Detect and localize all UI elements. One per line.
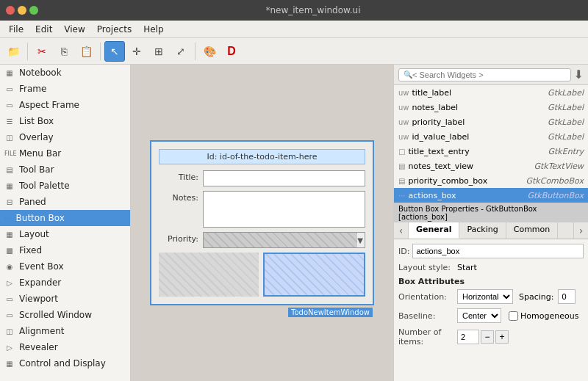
widget-item-notebook[interactable]: ▦ Notebook — [0, 65, 130, 81]
palette-button[interactable]: 🎨 — [199, 41, 220, 62]
title-input[interactable] — [203, 170, 365, 186]
tree-item-id-value-label[interactable]: uw id_value_label GtkLabel — [394, 129, 588, 144]
menu-view[interactable]: View — [58, 23, 90, 36]
widget-item-button-box[interactable]: ··· Button Box — [0, 210, 130, 226]
widget-item-layout[interactable]: ▦ Layout — [0, 226, 130, 242]
delete-button[interactable]: D — [221, 41, 242, 62]
baseline-row: Baseline: Center Fill Start End Homogene… — [398, 308, 584, 323]
tree-item-actions-box[interactable]: ··· actions_box GtkButtonBox — [394, 188, 588, 203]
paned-icon: ⊟ — [4, 198, 15, 206]
action-button-box[interactable] — [263, 253, 366, 297]
tab-common[interactable]: Common — [506, 222, 559, 239]
homogeneous-checkbox[interactable] — [509, 311, 518, 321]
tree-name-title-label: title_label — [412, 88, 545, 98]
widget-item-overlay[interactable]: ◫ Overlay — [0, 129, 130, 145]
tree-name-id-value-label: id_value_label — [412, 132, 545, 142]
tree-item-notes-view[interactable]: ▤ notes_text_view GtkTextView — [394, 159, 588, 173]
search-input[interactable] — [412, 70, 566, 79]
props-next-arrow[interactable]: › — [573, 222, 588, 239]
menu-file[interactable]: File — [3, 23, 29, 36]
orientation-select[interactable]: Horizontal Vertical — [457, 289, 513, 304]
title-label: Title: — [159, 170, 203, 182]
canvas-area[interactable]: Id: id-of-the-todo-item-here Title: Note… — [131, 65, 393, 381]
widget-item-button-box-label: Button Box — [16, 213, 65, 223]
notebook-icon: ▦ — [4, 69, 15, 77]
button-box-dots: ··· — [4, 214, 12, 222]
spacing-input[interactable] — [558, 289, 576, 304]
menu-help[interactable]: Help — [137, 23, 169, 36]
widget-item-aspect-frame-label: Aspect Frame — [19, 100, 79, 110]
widget-item-alignment[interactable]: ◫ Alignment — [0, 323, 130, 339]
tree-name-title-entry: title_text_entry — [408, 147, 545, 156]
prop-id-row: ID: — [398, 244, 584, 258]
widget-item-scrolled-window[interactable]: ▭ Scrolled Window — [0, 307, 130, 323]
expander-icon: ▷ — [4, 279, 15, 287]
widget-item-event-box[interactable]: ◉ Event Box — [0, 258, 130, 275]
widget-item-viewport[interactable]: ▭ Viewport — [0, 291, 130, 307]
widget-item-fixed-label: Fixed — [19, 245, 42, 255]
cut-button[interactable]: ✂ — [32, 41, 52, 62]
widget-item-control-display[interactable]: ▦ Control and Display — [0, 355, 130, 371]
widget-item-tool-bar[interactable]: ▤ Tool Bar — [0, 162, 130, 178]
paste-button[interactable]: 📋 — [76, 41, 96, 62]
id-prop-label: ID: — [398, 247, 409, 256]
tool-palette-icon: ▦ — [4, 182, 15, 190]
props-tabs: ‹ General Packing Common › — [394, 222, 588, 239]
baseline-select[interactable]: Center Fill Start End — [457, 308, 501, 323]
widget-item-expander[interactable]: ▷ Expander — [0, 275, 130, 291]
widget-item-frame-label: Frame — [19, 84, 46, 94]
search-expand-icon[interactable]: ⬇ — [574, 68, 584, 81]
layout-style-value: Start — [457, 263, 584, 272]
tab-packing[interactable]: Packing — [459, 222, 506, 239]
frame-icon: ▭ — [4, 85, 15, 93]
align-button[interactable]: ⊞ — [148, 41, 169, 62]
baseline-select-row: Center Fill Start End Homogeneous — [457, 308, 578, 323]
num-items-decrement[interactable]: − — [481, 330, 494, 344]
widget-item-frame[interactable]: ▭ Frame — [0, 81, 130, 97]
fixed-icon: ▩ — [4, 247, 15, 255]
toolbar-separator-1 — [27, 43, 28, 60]
move-button[interactable]: ✛ — [126, 41, 147, 62]
orientation-label: Orientation: — [398, 292, 457, 302]
num-items-input[interactable] — [457, 330, 479, 344]
maximize-button[interactable] — [29, 6, 38, 15]
close-button[interactable] — [6, 6, 15, 15]
widget-item-revealer[interactable]: ▷ Revealer — [0, 339, 130, 355]
widget-item-list-box[interactable]: ☰ List Box — [0, 113, 130, 129]
id-prop-input[interactable] — [412, 244, 584, 258]
tab-general[interactable]: General — [409, 222, 459, 239]
tree-item-priority-label[interactable]: uw priority_label GtkLabel — [394, 115, 588, 129]
num-items-increment[interactable]: + — [495, 330, 509, 344]
widget-item-fixed[interactable]: ▩ Fixed — [0, 242, 130, 258]
widget-item-aspect-frame[interactable]: ▭ Aspect Frame — [0, 97, 130, 113]
copy-button[interactable]: ⎘ — [54, 41, 74, 62]
tree-item-notes-label[interactable]: uw notes_label GtkLabel — [394, 100, 588, 115]
widget-item-overlay-label: Overlay — [19, 132, 54, 142]
pointer-button[interactable]: ↖ — [104, 41, 125, 62]
layout-style-label: Layout style: — [398, 263, 457, 272]
tree-item-title-entry[interactable]: □ title_text_entry GtkEntry — [394, 144, 588, 159]
menu-edit[interactable]: Edit — [29, 23, 58, 36]
connect-button[interactable]: ⤢ — [171, 41, 191, 62]
props-prev-arrow[interactable]: ‹ — [394, 222, 409, 239]
widget-item-expander-label: Expander — [19, 277, 61, 288]
widget-item-menu-bar-label: Menu Bar — [19, 148, 61, 159]
tree-item-priority-combo[interactable]: ▤ priority_combo_box GtkComboBox — [394, 173, 588, 188]
toolbar-separator-2 — [100, 43, 101, 60]
widget-item-paned[interactable]: ⊟ Paned — [0, 194, 130, 210]
box-attributes-header: Box Attributes — [398, 277, 584, 286]
open-button[interactable]: 📁 — [3, 41, 24, 62]
tool-bar-icon: ▤ — [4, 166, 15, 174]
props-header: Button Box Properties - GtkButtonBox [ac… — [394, 203, 588, 222]
notes-input[interactable] — [203, 191, 365, 228]
priority-combo[interactable]: ▼ — [203, 232, 365, 248]
minimize-button[interactable] — [18, 6, 26, 15]
widget-item-tool-palette[interactable]: ▦ Tool Palette — [0, 178, 130, 194]
widget-item-menu-bar[interactable]: FILE Menu Bar — [0, 145, 130, 162]
tree-item-title-label[interactable]: uw title_label GtkLabel — [394, 85, 588, 100]
menu-projects[interactable]: Projects — [91, 23, 137, 36]
menu-bar-icon: FILE — [4, 150, 15, 157]
widget-list: ▦ Notebook ▭ Frame ▭ Aspect Frame ☰ List… — [0, 65, 130, 381]
menu-bar: File Edit View Projects Help — [0, 21, 588, 38]
list-box-icon: ☰ — [4, 117, 15, 126]
